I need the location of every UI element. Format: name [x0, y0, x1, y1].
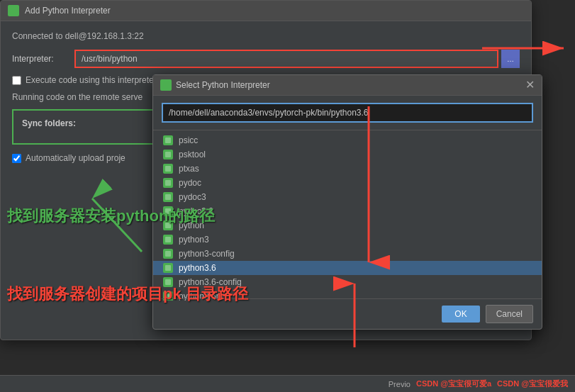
- auto-upload-checkbox[interactable]: [12, 154, 21, 163]
- file-list-item[interactable]: psicc: [153, 133, 542, 147]
- path-input-wrapper: [153, 96, 542, 130]
- path-input[interactable]: [162, 103, 533, 123]
- file-item-icon: [163, 150, 173, 159]
- file-item-name: python3-config: [179, 249, 235, 259]
- file-item-name: ptxas: [179, 164, 199, 174]
- bg-dialog-title: Add Python Interpreter: [25, 6, 111, 16]
- interpreter-input[interactable]: [74, 50, 498, 68]
- file-list-item[interactable]: psktool: [153, 147, 542, 162]
- file-item-name: pydoc3.6: [179, 206, 213, 216]
- file-list-item[interactable]: python3.6-config: [153, 275, 542, 289]
- file-item-icon: [163, 249, 173, 259]
- select-dialog-titlebar: Select Python Interpreter ✕: [153, 75, 542, 96]
- file-item-name: python3.6-config: [179, 277, 242, 287]
- select-dialog-python-icon: [160, 79, 172, 91]
- dialog-footer: OK Cancel: [153, 298, 542, 329]
- file-item-icon: [163, 164, 173, 174]
- bg-dialog-titlebar: Add Python Interpreter: [1, 1, 531, 21]
- file-item-name: pydoc: [179, 178, 201, 188]
- file-item-icon: [163, 178, 173, 188]
- file-list-item[interactable]: python3.6: [153, 261, 542, 275]
- select-dialog-title-left: Select Python Interpreter: [160, 79, 270, 91]
- file-list: psiccpsktoolptxaspydocpydoc3pydoc3.6pyth…: [153, 130, 542, 301]
- connected-info: Connected to dell@192.168.1.3:22: [12, 31, 520, 41]
- file-item-icon: [163, 235, 173, 245]
- cancel-button[interactable]: Cancel: [486, 305, 533, 323]
- file-item-icon: [163, 192, 173, 202]
- interpreter-browse-button[interactable]: …: [501, 50, 520, 68]
- file-list-item[interactable]: pydoc: [153, 176, 542, 190]
- select-python-interpreter-dialog: Select Python Interpreter ✕ psiccpsktool…: [152, 74, 542, 330]
- file-list-item[interactable]: pydoc3: [153, 190, 542, 204]
- file-list-item[interactable]: pydoc3.6: [153, 204, 542, 218]
- file-item-name: python3: [179, 235, 209, 245]
- file-list-item[interactable]: python3-config: [153, 247, 542, 261]
- ok-button[interactable]: OK: [442, 306, 479, 323]
- sync-folders-label: Sync folders:: [22, 118, 76, 128]
- select-dialog-close-button[interactable]: ✕: [525, 79, 535, 91]
- file-item-icon: [163, 220, 173, 230]
- execute-code-checkbox[interactable]: [12, 76, 21, 85]
- file-item-name: python: [179, 220, 204, 230]
- file-list-item[interactable]: ptxas: [153, 162, 542, 176]
- status-previous: Previo: [389, 380, 411, 388]
- python-title-icon: [8, 5, 19, 16]
- file-list-item[interactable]: python3: [153, 233, 542, 247]
- interpreter-field-wrapper: …: [74, 50, 520, 68]
- file-item-name: psicc: [179, 135, 198, 145]
- csdn-badge-2: CSDN @宝宝很爱我: [497, 379, 568, 389]
- file-item-icon: [163, 206, 173, 216]
- select-dialog-title: Select Python Interpreter: [176, 80, 270, 90]
- file-item-icon: [163, 135, 173, 145]
- file-list-item[interactable]: python: [153, 218, 542, 233]
- interpreter-label: Interpreter:: [12, 54, 69, 64]
- auto-upload-label: Automatically upload proje: [26, 153, 125, 163]
- file-item-name: python3.6: [179, 263, 216, 273]
- file-item-name: psktool: [179, 150, 206, 159]
- interpreter-row: Interpreter: …: [12, 50, 520, 68]
- file-item-name: pydoc3: [179, 192, 206, 202]
- file-item-icon: [163, 277, 173, 287]
- status-bar: Previo CSDN @宝宝很可爱a CSDN @宝宝很爱我: [0, 375, 575, 392]
- file-item-icon: [163, 263, 173, 273]
- csdn-badge-1: CSDN @宝宝很可爱a: [416, 379, 491, 389]
